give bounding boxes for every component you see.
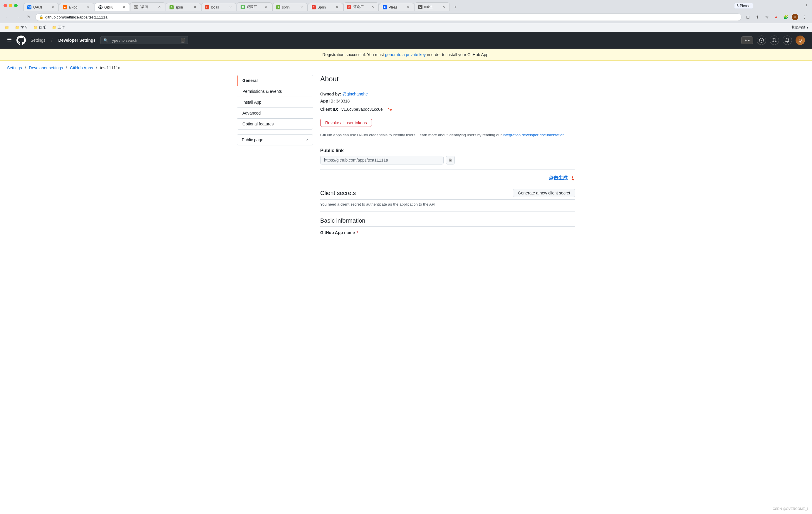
- minimize-button[interactable]: [9, 4, 12, 7]
- tab-pleas[interactable]: P Pleas ✕: [379, 3, 414, 11]
- app-id-value: 348318: [336, 99, 350, 103]
- tab-close-spring[interactable]: ✕: [193, 5, 197, 9]
- tab-close-oauth[interactable]: ✕: [51, 5, 55, 9]
- red-arrow-annotation: ➘: [386, 105, 394, 113]
- alert-banner: Registration successful. You must genera…: [0, 49, 812, 61]
- tab-claude[interactable]: C Sprin ✕: [308, 3, 343, 11]
- tab-spring[interactable]: S sprin ✕: [166, 3, 201, 11]
- client-id-row: Client ID: lv1.6c3be3a0dc31cc6e ➘: [320, 106, 575, 113]
- bookmark-xuexi[interactable]: 📁 学习: [14, 24, 29, 31]
- browser-chrome: 知 OAutl ✕ A ali-bo ✕ GitHu ✕ API "桌面 ✕: [0, 0, 812, 32]
- browser-menu[interactable]: ⋮: [804, 3, 810, 8]
- public-link-input[interactable]: [320, 156, 444, 164]
- public-page-link[interactable]: Public page ↗: [237, 134, 313, 145]
- extensions-icon[interactable]: 🧩: [781, 13, 790, 21]
- bookmark-star-icon[interactable]: ☆: [763, 13, 771, 21]
- search-kbd: /: [181, 38, 185, 42]
- tab-close-pleas[interactable]: ✕: [406, 5, 410, 9]
- generate-private-key-link[interactable]: generate a private key: [385, 52, 426, 57]
- pull-requests-icon[interactable]: [770, 35, 779, 45]
- address-bar[interactable]: 🔒 github.com/settings/apps/test11111a: [35, 13, 742, 21]
- tab-close-md[interactable]: ✕: [441, 5, 446, 9]
- notification-number: 6: [737, 4, 739, 8]
- breadcrumb: Settings / Developer settings / GitHub A…: [0, 61, 812, 75]
- copy-link-button[interactable]: ⎘: [446, 156, 455, 164]
- search-icon: 🔍: [104, 38, 108, 42]
- tab-close-ali[interactable]: ✕: [86, 5, 90, 9]
- tab-res[interactable]: 资 资源厂 ✕: [237, 2, 272, 11]
- copy-icon: ⎘: [449, 158, 452, 162]
- owned-by-row: Owned by: @qinchanghe: [320, 92, 575, 96]
- forward-button[interactable]: →: [14, 13, 22, 21]
- owner-link[interactable]: @qinchanghe: [342, 92, 368, 96]
- generate-area: 点击生成 ➘: [320, 174, 575, 182]
- plus-icon: +: [745, 38, 747, 42]
- address-bar-row: ← → ↻ 🔒 github.com/settings/apps/test111…: [0, 11, 812, 23]
- sidebar-item-advanced[interactable]: Advanced: [237, 108, 313, 118]
- sidebar-item-permissions-events[interactable]: Permissions & events: [237, 86, 313, 97]
- folder-icon-3: 📁: [52, 26, 56, 30]
- tab-close-claude2[interactable]: ✕: [371, 5, 375, 9]
- settings-nav[interactable]: Settings: [31, 38, 46, 42]
- tab-api[interactable]: API "桌面 ✕: [130, 2, 165, 11]
- please-notification: 6 Please: [734, 3, 753, 9]
- search-bar[interactable]: 🔍 Type / to search /: [100, 36, 188, 44]
- breadcrumb-settings[interactable]: Settings: [7, 65, 22, 70]
- new-tab-button[interactable]: +: [451, 3, 460, 11]
- revoke-all-user-tokens-button[interactable]: Revoke all user tokens: [320, 119, 372, 127]
- chevron-icon: ▾: [748, 38, 750, 42]
- sidebar-item-optional-features[interactable]: Optional features: [237, 118, 313, 129]
- breadcrumb-developer-settings[interactable]: Developer settings: [29, 65, 63, 70]
- tab-spring2[interactable]: S sprin ✕: [272, 3, 308, 11]
- inbox-icon[interactable]: [783, 35, 792, 45]
- tab-claude2[interactable]: C 评论厂 ✕: [343, 2, 379, 11]
- create-new-button[interactable]: + ▾: [741, 36, 753, 44]
- sidebar-item-general[interactable]: General: [237, 75, 313, 86]
- tab-local[interactable]: L locall ✕: [201, 3, 236, 11]
- oauth-description: GitHub Apps can use OAuth credentials to…: [320, 133, 575, 137]
- tab-close-spring2[interactable]: ✕: [299, 5, 304, 9]
- issues-icon[interactable]: [757, 35, 766, 45]
- sidebar: General Permissions & events Install App…: [237, 75, 313, 236]
- tab-close-github[interactable]: ✕: [122, 5, 126, 9]
- github-logo[interactable]: [17, 35, 26, 45]
- client-id-value: lv1.6c3be3a0dc31cc6e: [341, 107, 382, 112]
- user-avatar[interactable]: Q: [795, 35, 805, 45]
- tab-oauth[interactable]: 知 OAutl ✕: [24, 3, 59, 11]
- screen-cast-icon[interactable]: ⊡: [744, 13, 752, 21]
- sidebar-section-public: Public page ↗: [237, 134, 313, 145]
- other-bookmarks-label: 其他书签: [791, 25, 806, 30]
- profile-icon[interactable]: U: [791, 13, 799, 21]
- sidebar-item-install-app[interactable]: Install App: [237, 97, 313, 108]
- chrome-icon[interactable]: ●: [772, 13, 780, 21]
- app-id-row: App ID: 348318: [320, 99, 575, 103]
- close-button[interactable]: [3, 4, 7, 7]
- tab-close-claude[interactable]: ✕: [335, 5, 339, 9]
- app-name-label: GitHub App name *: [320, 230, 575, 235]
- breadcrumb-github-apps[interactable]: GitHub Apps: [70, 65, 93, 70]
- tab-md[interactable]: M md生 ✕: [414, 2, 450, 11]
- generate-new-client-secret-button[interactable]: Generate a new client secret: [513, 189, 575, 197]
- other-bookmarks[interactable]: 其他书签 ▾: [791, 25, 809, 30]
- tab-close-api[interactable]: ✕: [157, 5, 162, 9]
- basic-info-title: Basic information: [320, 217, 575, 227]
- hamburger-menu[interactable]: [7, 37, 12, 43]
- browser-more-icon[interactable]: ⋮: [800, 13, 809, 21]
- maximize-button[interactable]: [14, 4, 18, 7]
- lock-icon: 🔒: [39, 15, 44, 19]
- tab-ali[interactable]: A ali-bo ✕: [59, 3, 94, 11]
- bookmark-yule[interactable]: 📁 娱乐: [32, 24, 47, 31]
- tab-close-local[interactable]: ✕: [228, 5, 233, 9]
- folder-icon: 📁: [15, 26, 19, 30]
- app-id-label: App ID:: [320, 99, 335, 103]
- tab-github[interactable]: GitHu ✕: [95, 3, 130, 11]
- back-button[interactable]: ←: [3, 13, 12, 21]
- refresh-button[interactable]: ↻: [25, 13, 33, 21]
- share-icon[interactable]: ⬆: [753, 13, 761, 21]
- tab-close-res[interactable]: ✕: [264, 5, 268, 9]
- sidebar-nav: General Permissions & events Install App…: [237, 75, 313, 129]
- integration-doc-link[interactable]: integration developer documentation: [503, 133, 564, 137]
- bookmark-gongzuo[interactable]: 📁 工作: [51, 24, 66, 31]
- dev-settings-nav[interactable]: Developer Settings: [58, 38, 95, 42]
- main-layout: General Permissions & events Install App…: [230, 75, 582, 243]
